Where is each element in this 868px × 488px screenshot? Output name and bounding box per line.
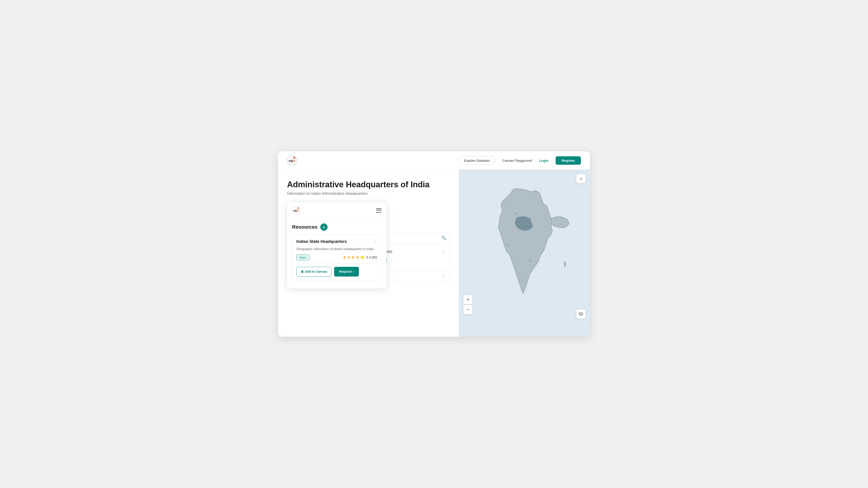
page-title: Administrative Headquarters of India xyxy=(287,180,450,189)
layers-icon xyxy=(579,312,583,316)
logo-ix: ix xyxy=(293,159,296,162)
map-panel: alainy a a a ⤢ + − xyxy=(459,170,590,337)
logo-dot xyxy=(293,157,295,159)
card-logo-circle: ug ix xyxy=(292,206,300,215)
rating-text: 4.3 (90) xyxy=(366,256,377,259)
india-map-svg: alainy a a a xyxy=(469,182,580,324)
map-label-east: a xyxy=(529,259,531,262)
resource-card-desc: Geographic information of district headq… xyxy=(296,247,377,252)
map-label-north: a xyxy=(515,212,517,215)
page-subtitle: Information on Indian Administrative Hea… xyxy=(287,192,450,196)
resources-badge: 3 xyxy=(320,223,328,231)
hamburger-icon[interactable] xyxy=(376,208,381,213)
app-container: ug ix Explore Datasets Canvas Playground… xyxy=(278,151,590,337)
overlay-more-icon[interactable]: ⋮ xyxy=(441,249,445,254)
star-2: ★ xyxy=(347,255,350,260)
resource-card-title: Indian State Headquarters xyxy=(296,239,347,244)
card-logo-text: ug xyxy=(293,209,297,212)
island-shape xyxy=(564,261,566,267)
rating-value: 4.3 xyxy=(366,256,371,259)
nav-links: Explore Datasets Canvas Playground Login… xyxy=(459,156,581,165)
request-button[interactable]: Request › xyxy=(334,267,359,276)
arrow-right-icon: › xyxy=(353,270,354,273)
search-icon: 🔍 xyxy=(441,235,446,240)
star-4: ★ xyxy=(355,255,359,260)
hamburger-line-2 xyxy=(376,210,381,211)
canvas-playground-button[interactable]: Canvas Playground xyxy=(502,159,532,162)
open-badge: Open xyxy=(296,255,309,260)
resource-card-actions: ⊕ Add to Canvas Request › xyxy=(296,267,377,276)
star-half: ⭐ xyxy=(360,255,365,260)
resources-header: Resources 3 xyxy=(292,223,381,231)
hamburger-line-3 xyxy=(376,212,381,213)
login-button[interactable]: Login xyxy=(539,159,548,162)
plus-circle-icon: ⊕ xyxy=(301,269,304,274)
rating-count: (90) xyxy=(372,256,377,259)
india-main xyxy=(498,189,552,294)
add-to-canvas-button[interactable]: ⊕ Add to Canvas xyxy=(296,267,331,276)
left-panel: Administrative Headquarters of India Inf… xyxy=(278,170,459,337)
stars: ★ ★ ★ ★ ⭐ 4.3 (90) xyxy=(343,255,377,260)
card-panel-logo: ug ix xyxy=(292,206,300,215)
star-3: ★ xyxy=(351,255,355,260)
main-content: Administrative Headquarters of India Inf… xyxy=(278,170,590,337)
northeast-states xyxy=(551,217,569,228)
header: ug ix Explore Datasets Canvas Playground… xyxy=(278,151,590,170)
star-1: ★ xyxy=(343,255,346,260)
logo: ug ix xyxy=(287,156,297,165)
logo-text: ug xyxy=(289,159,293,162)
overlay-more-icon-2[interactable]: ⋮ xyxy=(441,273,445,279)
explore-datasets-button[interactable]: Explore Datasets xyxy=(459,156,495,165)
register-button[interactable]: Register xyxy=(556,156,581,165)
resource-card-header: Indian State Headquarters ⋮ xyxy=(296,239,377,244)
map-zoom-in-button[interactable]: + xyxy=(463,295,472,304)
map-layers-button[interactable] xyxy=(577,310,585,319)
india-states xyxy=(498,189,569,294)
map-zoom-out-button[interactable]: − xyxy=(463,305,472,314)
resource-card: Indian State Headquarters ⋮ Geographic i… xyxy=(292,235,381,281)
resource-card-footer: Open ★ ★ ★ ★ ⭐ 4.3 (90) xyxy=(296,255,377,260)
resources-section: Resources 3 Indian State Headquarters ⋮ … xyxy=(287,219,386,288)
card-panel-header: ug ix xyxy=(287,202,386,219)
card-divider xyxy=(296,263,377,264)
hamburger-line-1 xyxy=(376,208,381,209)
resources-title: Resources xyxy=(292,224,318,230)
india-map-container: alainy a a a xyxy=(459,170,590,337)
map-expand-button[interactable]: ⤢ xyxy=(577,174,585,183)
map-label-west: a xyxy=(507,244,508,247)
add-canvas-label: Add to Canvas xyxy=(305,270,327,273)
card-panel: ug ix Resources 3 xyxy=(287,202,386,288)
card-logo-ix: ix xyxy=(297,209,299,212)
more-options-icon[interactable]: ⋮ xyxy=(373,239,377,243)
request-label: Request xyxy=(339,270,351,273)
map-zoom-controls: + − xyxy=(463,295,472,314)
card-logo-dot xyxy=(298,207,299,209)
